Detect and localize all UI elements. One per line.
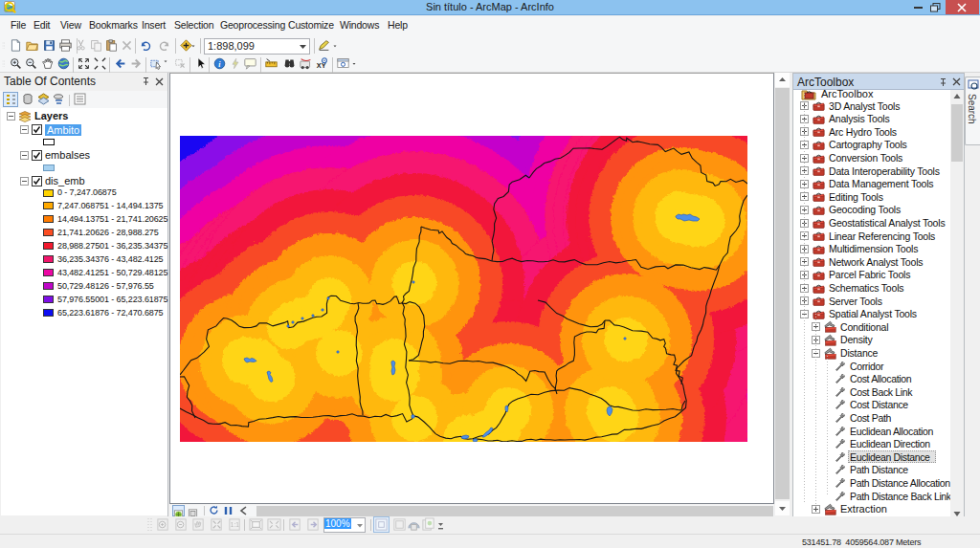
svg-text:1:1: 1:1 (231, 521, 239, 528)
